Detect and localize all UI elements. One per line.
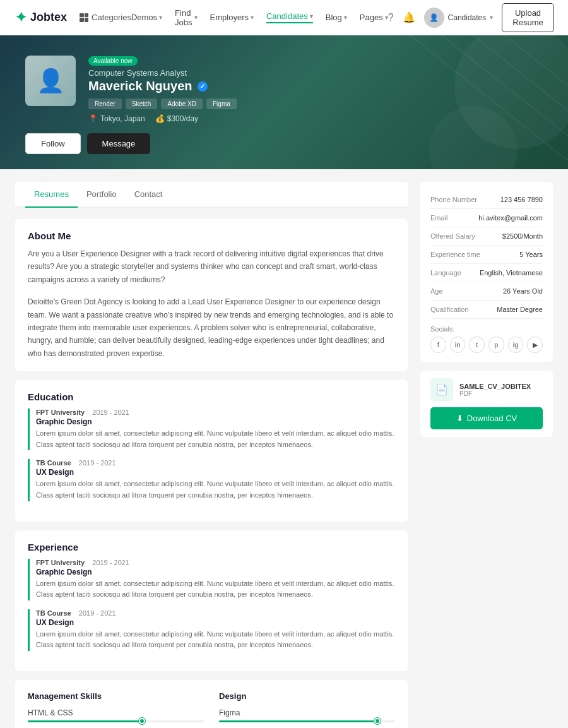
edu-item-1: FPT University 2019 - 2021 Graphic Desig… (28, 409, 395, 450)
nav-pages[interactable]: Pages ▾ (360, 13, 388, 22)
experience-row: Experience time 5 Years (430, 246, 543, 264)
follow-button[interactable]: Follow (25, 133, 81, 154)
navbar: ✦ Jobtex Categories Demos ▾ Find Jobs ▾ … (0, 0, 568, 35)
design-skills-title: Design (219, 691, 395, 701)
nav-employers[interactable]: Employers ▾ (210, 13, 254, 22)
right-column: Phone Number 123 456 7890 Email hi.avite… (420, 182, 553, 728)
chevron-icon: ▾ (344, 14, 347, 21)
svg-line-3 (505, 35, 568, 161)
logo-text: Jobtex (30, 11, 67, 24)
tag-figma: Figma (206, 98, 237, 109)
experience-section: Experience FPT University 2019 - 2021 Gr… (15, 530, 408, 671)
skill-bar-fill (219, 720, 377, 722)
management-skills-title: Management Skills (28, 691, 204, 701)
nav-blog[interactable]: Blog ▾ (326, 13, 347, 22)
phone-row: Phone Number 123 456 7890 (430, 191, 543, 209)
notification-icon[interactable]: 🔔 (403, 11, 415, 23)
nav-find-jobs[interactable]: Find Jobs ▾ (175, 8, 197, 27)
exp-meta-1: FPT University 2019 - 2021 (36, 559, 395, 566)
facebook-icon[interactable]: f (430, 337, 446, 353)
cv-info: SAMLE_CV_JOBITEX PDF (459, 383, 531, 397)
age-value: 26 Years Old (503, 287, 543, 295)
skills-section: Management Skills HTML & CSS Word (15, 680, 408, 728)
skill-figma: Figma (219, 708, 395, 722)
skill-bar-track (219, 720, 395, 722)
nav-candidates[interactable]: Candidates ▾ (266, 11, 313, 23)
grid-icon (80, 13, 88, 22)
skill-label: HTML & CSS (28, 708, 204, 717)
navbar-center: Demos ▾ Find Jobs ▾ Employers ▾ Candidat… (131, 8, 388, 27)
location-icon: 📍 (88, 114, 98, 123)
download-icon: ⬇ (456, 414, 463, 423)
pinterest-icon[interactable]: p (488, 337, 504, 353)
logo[interactable]: ✦ Jobtex (15, 9, 67, 26)
edu-degree-1: Graphic Design (36, 417, 395, 426)
cv-filename: SAMLE_CV_JOBITEX (459, 383, 531, 390)
svg-line-2 (473, 35, 568, 161)
chevron-icon: ▾ (310, 13, 313, 20)
main-content: Resumes Portfolio Contact About Me Are y… (0, 169, 568, 728)
download-label: Download CV (467, 414, 518, 423)
email-label: Email (430, 214, 448, 222)
profile-actions: Follow Message (25, 133, 543, 154)
skill-dot (374, 718, 381, 724)
categories-button[interactable]: Categories (80, 13, 131, 22)
cv-file: 📄 SAMLE_CV_JOBITEX PDF (430, 378, 543, 401)
download-cv-button[interactable]: ⬇ Download CV (430, 407, 543, 429)
navbar-right: ? 🔔 👤 Candidates ▾ Upload Resume (388, 3, 554, 32)
qualification-row: Qualification Master Degree (430, 301, 543, 319)
chevron-icon: ▾ (490, 14, 493, 21)
message-button[interactable]: Message (87, 133, 151, 154)
phone-label: Phone Number (430, 196, 477, 203)
linkedin-icon[interactable]: in (450, 337, 466, 353)
nav-demos[interactable]: Demos ▾ (131, 13, 162, 22)
profile-avatar: 👤 (25, 56, 76, 106)
chevron-icon: ▾ (194, 14, 198, 21)
education-section: Education FPT University 2019 - 2021 Gra… (15, 380, 408, 521)
edu-desc-1: Lorem ipsum dolor sit amet, consectetur … (36, 428, 395, 450)
edu-desc-2: Lorem ipsum dolor sit amet, consectetur … (36, 479, 395, 501)
pdf-icon: 📄 (430, 378, 453, 401)
help-icon[interactable]: ? (388, 12, 394, 23)
skill-html-css: HTML & CSS (28, 708, 204, 722)
twitter-icon[interactable]: t (469, 337, 485, 353)
design-skills: Design Figma Photoshop (219, 691, 395, 728)
profile-header: 👤 Available now Computer Systems Analyst… (25, 56, 543, 123)
avatar: 👤 (424, 8, 444, 28)
skill-bar-track (28, 720, 204, 722)
language-label: Language (430, 269, 461, 277)
svg-line-1 (442, 35, 568, 161)
cv-card: 📄 SAMLE_CV_JOBITEX PDF ⬇ Download CV (420, 371, 553, 437)
youtube-icon[interactable]: ▶ (527, 337, 543, 353)
navbar-left: ✦ Jobtex Categories (15, 9, 131, 26)
skill-label: Figma (219, 708, 395, 717)
socials-label: Socials: (430, 325, 543, 333)
verified-icon: ✓ (198, 81, 208, 92)
language-value: English, Vietnamese (480, 269, 543, 277)
edu-meta-2: TB Course 2019 - 2021 (36, 459, 395, 467)
qualification-label: Qualification (430, 306, 469, 313)
salary-label: Offered Salary (430, 232, 475, 240)
experience-value: 5 Years (519, 251, 543, 258)
categories-label: Categories (92, 13, 131, 22)
tab-resumes[interactable]: Resumes (25, 182, 78, 208)
salary-row: Offered Salary $2500/Month (430, 227, 543, 246)
exp-meta-2: TB Course 2019 - 2021 (36, 609, 395, 617)
profile-info: Available now Computer Systems Analyst M… (88, 56, 543, 123)
tab-portfolio[interactable]: Portfolio (78, 182, 126, 208)
profile-salary: 💰 $300/day (155, 114, 198, 123)
instagram-icon[interactable]: ig (508, 337, 524, 353)
skills-grid: Management Skills HTML & CSS Word (28, 691, 395, 728)
tab-contact[interactable]: Contact (126, 182, 172, 208)
user-menu[interactable]: 👤 Candidates ▾ (424, 8, 494, 28)
available-badge: Available now (88, 56, 138, 66)
upload-resume-button[interactable]: Upload Resume (502, 3, 553, 32)
about-text-1: Are you a User Experience Designer with … (28, 248, 395, 286)
education-title: Education (28, 391, 395, 402)
tag-adobe-xd: Adobe XD (161, 98, 203, 109)
email-value: hi.avitex@gmail.com (478, 214, 543, 222)
exp-desc-1: Lorem ipsum dolor sit amet, consectetur … (36, 578, 395, 600)
experience-title: Experience (28, 542, 395, 552)
avatar-image: 👤 (25, 56, 76, 106)
exp-item-1: FPT University 2019 - 2021 Graphic Desig… (28, 559, 395, 600)
